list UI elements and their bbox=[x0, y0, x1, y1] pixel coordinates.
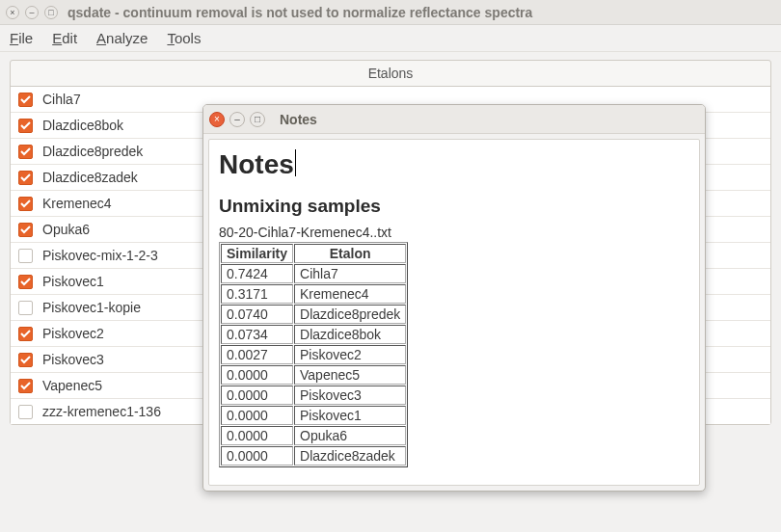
cell-similarity: 0.0000 bbox=[221, 446, 293, 466]
cell-etalon: Piskovec1 bbox=[294, 406, 406, 425]
table-row: 0.0740Dlazdice8predek bbox=[221, 305, 406, 324]
cell-etalon: Opuka6 bbox=[294, 426, 406, 445]
etalon-label: zzz-kremenec1-136 bbox=[42, 404, 161, 419]
table-row: 0.0027Piskovec2 bbox=[221, 345, 406, 364]
checkbox[interactable] bbox=[18, 353, 33, 367]
table-row: 0.0734Dlazdice8bok bbox=[221, 325, 406, 344]
etalon-label: Vapenec5 bbox=[42, 378, 102, 393]
col-etalon: Etalon bbox=[294, 244, 406, 263]
etalon-label: Piskovec1-kopie bbox=[42, 300, 141, 315]
menu-edit[interactable]: Edit bbox=[52, 30, 77, 46]
etalon-label: Piskovec2 bbox=[42, 326, 104, 341]
window-title: qsdate - continuum removal is not used t… bbox=[67, 5, 532, 20]
minimize-icon[interactable]: – bbox=[25, 6, 39, 19]
cell-etalon: Cihla7 bbox=[294, 264, 406, 283]
minimize-icon[interactable]: – bbox=[229, 112, 245, 127]
menu-analyze[interactable]: Analyze bbox=[96, 30, 148, 46]
checkbox[interactable] bbox=[18, 379, 33, 393]
close-icon[interactable]: × bbox=[6, 6, 19, 19]
cell-etalon: Vapenec5 bbox=[294, 365, 406, 385]
cell-similarity: 0.0740 bbox=[221, 305, 293, 324]
etalon-label: Cihla7 bbox=[42, 92, 81, 107]
table-header-row: Similarity Etalon bbox=[221, 244, 406, 263]
cell-similarity: 0.0027 bbox=[221, 345, 293, 364]
etalons-header[interactable]: Etalons bbox=[11, 61, 770, 87]
menu-tools[interactable]: Tools bbox=[167, 30, 201, 46]
notes-dialog: × – □ Notes Notes Unmixing samples 80-20… bbox=[202, 104, 706, 492]
maximize-icon[interactable]: □ bbox=[44, 6, 58, 19]
table-row: 0.0000Piskovec3 bbox=[221, 386, 406, 405]
table-row: 0.0000Vapenec5 bbox=[221, 365, 406, 385]
table-row: 0.0000Opuka6 bbox=[221, 426, 406, 445]
etalon-label: Piskovec1 bbox=[42, 274, 104, 289]
main-titlebar: × – □ qsdate - continuum removal is not … bbox=[0, 0, 781, 25]
checkbox[interactable] bbox=[18, 405, 33, 419]
checkbox[interactable] bbox=[18, 171, 33, 185]
etalon-label: Piskovec-mix-1-2-3 bbox=[42, 248, 158, 263]
table-row: 0.7424Cihla7 bbox=[221, 264, 406, 283]
etalon-label: Dlazdice8zadek bbox=[42, 170, 138, 185]
checkbox[interactable] bbox=[18, 197, 33, 211]
menubar: FileEditAnalyzeTools bbox=[0, 25, 781, 52]
cell-similarity: 0.0000 bbox=[221, 386, 293, 405]
text-caret bbox=[295, 149, 296, 176]
cell-similarity: 0.0000 bbox=[221, 406, 293, 425]
checkbox[interactable] bbox=[18, 223, 33, 237]
cell-etalon: Dlazdice8predek bbox=[294, 305, 406, 324]
col-similarity: Similarity bbox=[221, 244, 293, 263]
notes-caption: 80-20-Cihla7-Kremenec4..txt bbox=[219, 225, 689, 240]
cell-similarity: 0.3171 bbox=[221, 284, 293, 304]
similarity-table: Similarity Etalon 0.7424Cihla70.3171Krem… bbox=[219, 242, 408, 467]
etalon-label: Dlazdice8predek bbox=[42, 144, 143, 159]
cell-etalon: Piskovec3 bbox=[294, 386, 406, 405]
cell-etalon: Piskovec2 bbox=[294, 345, 406, 364]
maximize-icon[interactable]: □ bbox=[250, 112, 265, 127]
checkbox[interactable] bbox=[18, 93, 33, 107]
etalon-label: Kremenec4 bbox=[42, 196, 112, 211]
etalon-label: Dlazdice8bok bbox=[42, 118, 123, 133]
checkbox[interactable] bbox=[18, 301, 33, 315]
checkbox[interactable] bbox=[18, 119, 33, 133]
cell-similarity: 0.7424 bbox=[221, 264, 293, 283]
table-row: 0.3171Kremenec4 bbox=[221, 284, 406, 304]
checkbox[interactable] bbox=[18, 145, 33, 159]
checkbox[interactable] bbox=[18, 275, 33, 289]
notes-heading-1: Notes bbox=[219, 149, 294, 180]
notes-heading-2: Unmixing samples bbox=[219, 196, 689, 217]
menu-file[interactable]: File bbox=[10, 30, 33, 46]
cell-etalon: Dlazdice8zadek bbox=[294, 446, 406, 466]
cell-similarity: 0.0734 bbox=[221, 325, 293, 344]
checkbox[interactable] bbox=[18, 249, 33, 263]
dialog-title: Notes bbox=[280, 112, 317, 127]
cell-etalon: Dlazdice8bok bbox=[294, 325, 406, 344]
cell-similarity: 0.0000 bbox=[221, 426, 293, 445]
close-icon[interactable]: × bbox=[209, 112, 225, 127]
table-row: 0.0000Piskovec1 bbox=[221, 406, 406, 425]
table-row: 0.0000Dlazdice8zadek bbox=[221, 446, 406, 466]
etalon-label: Opuka6 bbox=[42, 222, 90, 237]
cell-similarity: 0.0000 bbox=[221, 365, 293, 385]
notes-editor[interactable]: Notes Unmixing samples 80-20-Cihla7-Krem… bbox=[208, 139, 700, 486]
dialog-titlebar[interactable]: × – □ Notes bbox=[203, 105, 705, 134]
etalon-label: Piskovec3 bbox=[42, 352, 104, 367]
cell-etalon: Kremenec4 bbox=[294, 284, 406, 304]
checkbox[interactable] bbox=[18, 327, 33, 341]
